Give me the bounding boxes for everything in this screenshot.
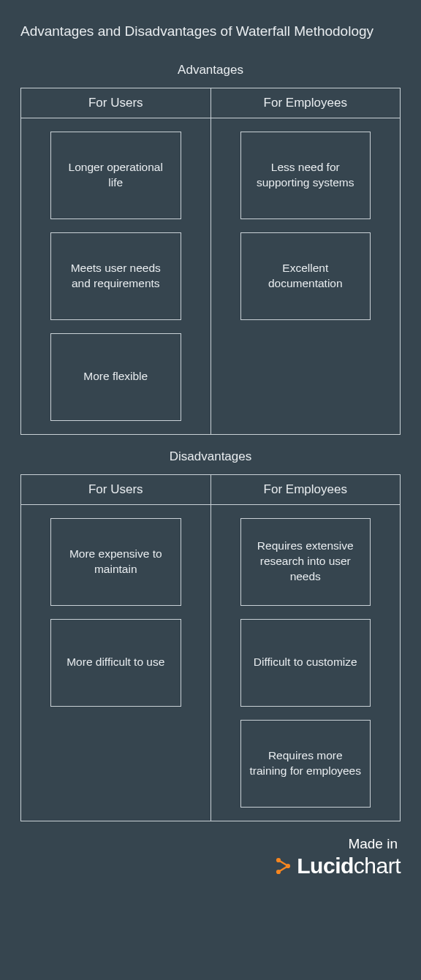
item-box: More expensive to maintain [50, 518, 181, 606]
col-body: More expensive to maintain More difficul… [21, 505, 210, 720]
advantages-grid: For Users Longer operational life Meets … [20, 88, 401, 435]
col-header: For Users [21, 475, 210, 505]
col-header: For Employees [211, 475, 401, 505]
item-box: More flexible [50, 333, 181, 421]
item-box: Less need for supporting systems [240, 132, 371, 219]
item-box: Longer operational life [50, 132, 181, 219]
lucidchart-icon [272, 856, 292, 876]
item-box: Excellent documentation [240, 232, 371, 320]
disadvantages-grid: For Users More expensive to maintain Mor… [20, 474, 401, 821]
item-box: Difficult to customize [240, 619, 371, 707]
item-box: Requires more training for employees [240, 720, 371, 808]
attribution: Made in Lucidchart [20, 836, 401, 879]
disadvantages-col-users: For Users More expensive to maintain Mor… [21, 475, 210, 821]
col-body: Longer operational life Meets user needs… [21, 118, 210, 434]
section-label-advantages: Advantages [20, 63, 401, 77]
col-body: Less need for supporting systems Excelle… [211, 118, 401, 333]
diagram-title: Advantages and Disadvantages of Waterfal… [20, 22, 401, 41]
advantages-col-users: For Users Longer operational life Meets … [21, 88, 210, 434]
col-header: For Employees [211, 88, 401, 118]
item-box: More difficult to use [50, 619, 181, 707]
lucidchart-logo: Lucidchart [272, 854, 401, 878]
advantages-col-employees: For Employees Less need for supporting s… [210, 88, 401, 434]
col-body: Requires extensive research into user ne… [211, 505, 401, 821]
section-label-disadvantages: Disadvantages [20, 449, 401, 464]
item-box: Requires extensive research into user ne… [240, 518, 371, 606]
item-box: Meets user needs and requirements [50, 232, 181, 320]
disadvantages-col-employees: For Employees Requires extensive researc… [210, 475, 401, 821]
col-header: For Users [21, 88, 210, 118]
lucidchart-text: Lucidchart [297, 854, 401, 878]
made-in-label: Made in [20, 836, 401, 852]
